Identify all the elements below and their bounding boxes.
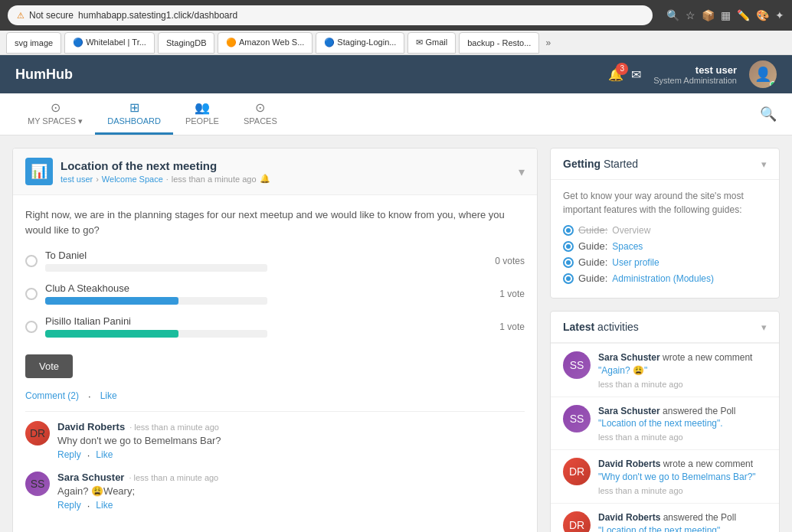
getting-started-title: Getting Started [563, 158, 638, 170]
getting-started-title-rest: Started [601, 158, 638, 170]
app-logo: HumHub [15, 67, 73, 83]
spaces-icon: ⊙ [255, 100, 265, 115]
ext-icon-2[interactable]: ▦ [721, 9, 731, 21]
guide-dot-2 [563, 257, 574, 268]
nav-spaces[interactable]: ⊙ SPACES [231, 94, 290, 135]
people-label: PEOPLE [185, 116, 219, 126]
poll-radio-2[interactable] [25, 321, 38, 333]
poll-icon: 📊 [25, 158, 53, 185]
guide-3: Guide: Administration (Modules) [563, 273, 767, 284]
nav-my-spaces[interactable]: ⊙ MY SPACES ▾ [15, 94, 95, 135]
main-content: 📊 Location of the next meeting test user… [0, 135, 792, 532]
post-author-link[interactable]: test user [61, 175, 93, 184]
lock-icon: ⚠ [17, 11, 25, 21]
comment-link[interactable]: Comment (2) [25, 390, 79, 402]
nav-people[interactable]: 👥 PEOPLE [173, 94, 231, 135]
poll-option-0: To Daniel 0 votes [25, 250, 525, 272]
comment-header-0: David Roberts · less than a minute ago [57, 421, 525, 432]
notification-bell[interactable]: 🔔 3 [608, 67, 623, 82]
comment-like-1[interactable]: Like [96, 500, 113, 511]
dashboard-label: DASHBOARD [107, 116, 161, 126]
ext-icon-4[interactable]: 🎨 [756, 9, 769, 21]
ext-icon-1[interactable]: 📦 [702, 9, 715, 21]
people-icon: 👥 [195, 100, 210, 115]
post-actions: Comment (2) · Like [25, 390, 525, 412]
activity-2: DR David Roberts wrote a new comment "Wh… [551, 449, 779, 503]
ext-icon-5[interactable]: ✦ [775, 9, 784, 21]
guide-link-2[interactable]: User profile [612, 257, 659, 268]
activity-detail-3: "Location of the next meeting". [598, 525, 723, 532]
poll-options: To Daniel 0 votes Club A Steakhouse [25, 250, 525, 338]
activity-time-0: less than a minute ago [598, 380, 767, 389]
activity-avatar-2: DR [563, 458, 591, 485]
vote-button[interactable]: Vote [25, 354, 73, 378]
poll-radio-0[interactable] [25, 255, 38, 267]
tab-backup[interactable]: backup - Resto... [459, 32, 539, 54]
activity-text-0: Sara Schuster wrote a new comment "Again… [598, 351, 767, 377]
poll-bar-container-0 [45, 264, 267, 272]
browser-icons: 🔍 ☆ 📦 ▦ ✏️ 🎨 ✦ [666, 9, 784, 21]
mail-icon[interactable]: ✉ [631, 67, 641, 82]
guide-link-0[interactable]: Overview [612, 225, 650, 236]
left-column: 📊 Location of the next meeting test user… [12, 148, 538, 532]
comment-like-0[interactable]: Like [96, 449, 113, 461]
comment-author-0: David Roberts [57, 421, 125, 432]
guide-name-3: Guide: [578, 273, 607, 284]
guide-link-1[interactable]: Spaces [612, 241, 643, 252]
poll-votes-1: 1 vote [499, 289, 525, 299]
getting-started-desc: Get to know your way around the site's m… [563, 189, 767, 217]
collapse-button[interactable]: ▾ [519, 165, 525, 179]
comment-0: DR David Roberts · less than a minute ag… [25, 421, 525, 461]
poll-bar-1 [45, 297, 178, 305]
search-button[interactable]: 🔍 [760, 106, 777, 122]
activity-detail-0: "Again? 😩" [598, 365, 647, 376]
right-column: Getting Started ▾ Get to know your way a… [550, 148, 780, 532]
tab-svg-image[interactable]: svg image [6, 32, 61, 54]
nav-dashboard[interactable]: ⊞ DASHBOARD [95, 94, 173, 135]
post-space-link[interactable]: Welcome Space [102, 175, 163, 184]
search-icon[interactable]: 🔍 [666, 9, 679, 21]
spaces-label: SPACES [244, 116, 277, 126]
activity-content-1: Sara Schuster answered the Poll "Locatio… [598, 405, 767, 442]
url-bar[interactable]: ⚠ Not secure humhabapp.satesting1.click/… [8, 5, 653, 25]
like-link[interactable]: Like [100, 390, 117, 402]
comment-reply-1[interactable]: Reply [57, 500, 81, 511]
app-header: HumHub 🔔 3 ✉ test user System Administra… [0, 55, 792, 93]
comment-header-1: Sara Schuster · less than a minute ago [57, 472, 525, 483]
getting-started-collapse[interactable]: ▾ [761, 158, 767, 170]
tab-stagingdb[interactable]: StagingDB [158, 32, 215, 54]
poll-option-content-2: Pisillo Italian Panini [45, 315, 492, 338]
guide-1: Guide: Spaces [563, 240, 767, 252]
tab-staging-login[interactable]: 🔵 Staging-Login... [316, 32, 404, 54]
comment-avatar-img-0: DR [25, 421, 50, 446]
activity-avatar-0: SS [563, 351, 591, 379]
nav-items: ⊙ MY SPACES ▾ ⊞ DASHBOARD 👥 PEOPLE ⊙ SPA… [15, 94, 290, 135]
activity-avatar-1: SS [563, 405, 591, 432]
star-icon[interactable]: ☆ [686, 9, 695, 21]
guide-link-3[interactable]: Administration (Modules) [612, 273, 714, 284]
user-avatar[interactable]: 👤 [749, 60, 777, 88]
guide-2: Guide: User profile [563, 256, 767, 268]
tab-amazon[interactable]: 🟠 Amazon Web S... [218, 32, 313, 54]
activity-text-2: David Roberts wrote a new comment "Why d… [598, 458, 767, 484]
activity-detail-1: "Location of the next meeting". [598, 418, 723, 429]
comment-content-1: Sara Schuster · less than a minute ago A… [57, 472, 525, 511]
guide-name-1: Guide: [578, 240, 607, 252]
tab-whitelabel[interactable]: 🔵 Whitelabel | Tr... [64, 32, 155, 54]
ext-icon-3[interactable]: ✏️ [737, 9, 750, 21]
comment-actions-1: Reply · Like [57, 500, 525, 511]
poll-radio-1[interactable] [25, 288, 38, 300]
tab-more-button[interactable]: » [542, 34, 554, 51]
latest-activities-collapse[interactable]: ▾ [761, 321, 767, 333]
guide-dot-1 [563, 241, 574, 252]
poll-option-label-0: To Daniel [45, 250, 487, 261]
comment-text-0: Why don't we go to Bemelmans Bar? [57, 435, 525, 446]
user-role: System Administration [653, 76, 737, 85]
post-body: Right now, we are in the planning stages… [13, 195, 537, 532]
activity-detail-2: "Why don't we go to Bemelmans Bar?" [598, 472, 756, 482]
post-emoji: 🔔 [260, 174, 270, 184]
online-indicator [770, 81, 776, 87]
post-time: less than a minute ago [172, 175, 257, 184]
tab-gmail[interactable]: ✉ Gmail [407, 32, 456, 54]
comment-reply-0[interactable]: Reply [57, 449, 81, 461]
